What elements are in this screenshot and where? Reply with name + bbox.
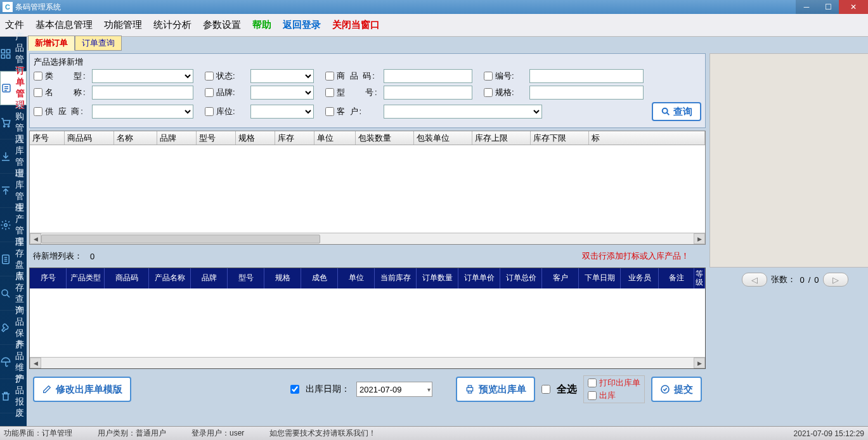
submit-button[interactable]: 提交 (651, 377, 702, 402)
product-grid-hscroll[interactable]: ◀ ▶ (30, 233, 705, 244)
pager-next[interactable]: ▷ (823, 273, 848, 287)
menu-file[interactable]: 文件 (5, 19, 24, 31)
select-brand[interactable] (250, 86, 314, 100)
tab-query-order[interactable]: 订单查询 (75, 36, 122, 51)
col-header[interactable]: 品牌 (157, 131, 197, 145)
menu-func[interactable]: 功能管理 (104, 19, 142, 31)
col-header[interactable]: 业务员 (621, 268, 659, 288)
modify-template-label: 修改出库单模版 (56, 384, 122, 396)
col-header[interactable]: 序号 (30, 131, 65, 145)
order-grid-body[interactable] (30, 288, 705, 357)
label-no: 编号: (495, 70, 527, 82)
order-grid-header: 序号 产品类型 商品码 产品名称 品牌 型号 规格 成色 单位 当前库存 订单数… (30, 268, 705, 288)
col-header[interactable]: 型号 (228, 268, 264, 288)
col-header[interactable]: 产品类型 (67, 268, 105, 288)
maximize-button[interactable]: ☐ (817, 0, 839, 14)
col-header[interactable]: 单位 (314, 131, 356, 145)
chk-supplier[interactable] (34, 107, 42, 116)
minimize-button[interactable]: ─ (796, 0, 817, 14)
product-grid-body[interactable] (30, 145, 705, 233)
label-model: 型 号: (337, 87, 381, 98)
chk-name[interactable] (34, 88, 42, 97)
status-view-label: 功能界面： (4, 429, 42, 437)
col-header[interactable]: 订单单价 (458, 268, 500, 288)
menu-help[interactable]: 帮助 (252, 19, 271, 31)
statusbar: 功能界面：订单管理 用户类别：普通用户 登录用户：user 如您需要技术支持请联… (0, 426, 868, 440)
menu-basic-info[interactable]: 基本信息管理 (36, 19, 93, 31)
chk-print-out[interactable] (588, 379, 597, 387)
select-status[interactable] (250, 69, 314, 83)
scroll-right-arrow[interactable]: ▶ (694, 358, 705, 368)
col-header[interactable]: 品牌 (191, 268, 228, 288)
col-header[interactable]: 当前库存 (375, 268, 417, 288)
close-button[interactable]: ✕ (839, 0, 868, 14)
scroll-left-arrow[interactable]: ◀ (30, 233, 41, 244)
menu-param[interactable]: 参数设置 (203, 19, 241, 31)
chk-model[interactable] (325, 88, 334, 97)
chk-spec[interactable] (484, 88, 493, 97)
col-header[interactable]: 库存下限 (531, 131, 589, 145)
scroll-right-arrow[interactable]: ▶ (694, 233, 705, 244)
svg-rect-21 (468, 391, 471, 393)
input-no[interactable] (529, 69, 644, 83)
select-customer[interactable] (384, 105, 542, 119)
scroll-left-arrow[interactable]: ◀ (30, 358, 41, 368)
menu-relogin[interactable]: 返回登录 (283, 19, 321, 31)
col-header[interactable]: 订单数量 (417, 268, 458, 288)
col-header[interactable]: 规格 (264, 268, 301, 288)
chk-do-out[interactable] (588, 391, 597, 400)
select-whpos[interactable] (250, 105, 314, 119)
col-header[interactable]: 备注 (659, 268, 694, 288)
col-header[interactable]: 库存上限 (472, 131, 531, 145)
scroll-thumb[interactable] (41, 235, 320, 243)
menu-close-window[interactable]: 关闭当窗口 (332, 19, 380, 31)
col-header[interactable]: 成色 (301, 268, 338, 288)
chk-brand[interactable] (205, 88, 214, 97)
col-header[interactable]: 名称 (114, 131, 157, 145)
input-spec[interactable] (529, 86, 644, 100)
chk-out-date[interactable] (290, 385, 299, 394)
date-dropdown-icon[interactable]: ▾ (427, 386, 431, 393)
col-header[interactable]: 包装数量 (356, 131, 414, 145)
col-header[interactable]: 等级 (694, 268, 705, 288)
select-supplier[interactable] (92, 105, 193, 119)
col-header[interactable]: 单位 (338, 268, 375, 288)
col-header[interactable]: 包装单位 (414, 131, 472, 145)
input-code[interactable] (384, 69, 472, 83)
chk-code[interactable] (325, 72, 334, 81)
svg-rect-1 (7, 49, 10, 53)
col-header[interactable]: 商品码 (105, 268, 149, 288)
col-header[interactable]: 库存 (275, 131, 314, 145)
col-header[interactable]: 产品名称 (149, 268, 191, 288)
svg-rect-2 (1, 55, 4, 58)
col-header[interactable]: 型号 (197, 131, 236, 145)
tab-new-order[interactable]: 新增订单 (28, 36, 75, 51)
preview-button[interactable]: 预览出库单 (456, 377, 535, 402)
print-icon (465, 384, 475, 394)
chk-no[interactable] (484, 72, 493, 81)
chk-status[interactable] (205, 72, 214, 81)
col-header[interactable]: 商品码 (65, 131, 114, 145)
submit-label: 提交 (674, 384, 693, 396)
col-header[interactable]: 标 (589, 131, 705, 145)
chk-whpos[interactable] (205, 107, 214, 116)
col-header[interactable]: 规格 (236, 131, 275, 145)
menu-stat[interactable]: 统计分析 (153, 19, 191, 31)
input-model[interactable] (384, 86, 472, 100)
search-button[interactable]: 查询 (652, 102, 701, 121)
pager-prev[interactable]: ◁ (742, 273, 767, 287)
col-header[interactable]: 订单总价 (500, 268, 542, 288)
label-type: 类 型: (45, 70, 89, 82)
input-out-date[interactable] (356, 382, 432, 397)
modify-template-button[interactable]: 修改出库单模版 (33, 377, 131, 402)
chk-type[interactable] (34, 72, 42, 81)
input-name[interactable] (92, 86, 193, 100)
sidebar-item-scrap[interactable]: 产品报废 (0, 379, 27, 413)
chk-customer[interactable] (325, 107, 334, 116)
chk-select-all[interactable] (541, 385, 550, 394)
order-grid-hscroll[interactable]: ◀ ▶ (30, 357, 705, 368)
select-type[interactable] (92, 69, 193, 83)
col-header[interactable]: 客户 (542, 268, 579, 288)
col-header[interactable]: 序号 (30, 268, 67, 288)
col-header[interactable]: 下单日期 (579, 268, 621, 288)
